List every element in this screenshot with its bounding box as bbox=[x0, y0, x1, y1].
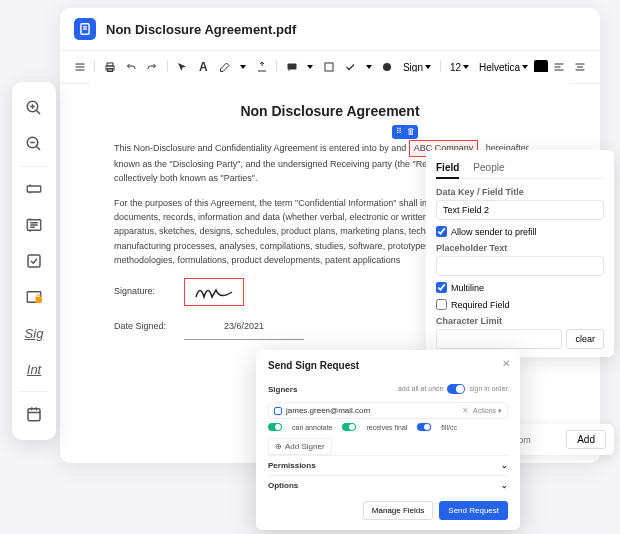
doc-text: This Non-Disclosure and Confidentiality … bbox=[114, 143, 406, 153]
signer-row: james.green@mail.com ✕ Actions ▾ bbox=[268, 402, 508, 419]
charlimit-label: Character Limit bbox=[436, 316, 604, 326]
separator bbox=[20, 166, 48, 167]
zoom-out-icon[interactable] bbox=[12, 126, 56, 162]
initials-field-icon[interactable]: Int bbox=[12, 351, 56, 387]
permissions-section[interactable]: Permissions⌄ bbox=[268, 455, 508, 475]
chevron-down-icon: ⌄ bbox=[501, 481, 508, 490]
date-label: Date Signed: bbox=[114, 319, 174, 333]
delete-icon[interactable]: 🗑 bbox=[406, 127, 416, 137]
send-request-button[interactable]: Send Request bbox=[439, 501, 508, 520]
checkbox-icon[interactable] bbox=[436, 299, 447, 310]
menu-icon[interactable] bbox=[70, 57, 89, 77]
date-value: 23/6/2021 bbox=[184, 314, 304, 340]
datakey-label: Data Key / Field Title bbox=[436, 187, 604, 197]
panel-tabs: Field People bbox=[436, 158, 604, 179]
signer-actions-dropdown[interactable]: Actions ▾ bbox=[473, 407, 502, 415]
svg-rect-5 bbox=[325, 63, 333, 71]
svg-rect-13 bbox=[36, 297, 42, 303]
date-field-icon[interactable] bbox=[12, 396, 56, 432]
signer-color-icon bbox=[274, 407, 282, 415]
separator bbox=[20, 391, 48, 392]
sign-label: Sign bbox=[403, 62, 423, 73]
plus-icon: ⊕ bbox=[275, 442, 282, 451]
signature-field-icon[interactable]: Sig bbox=[12, 315, 56, 351]
window-header: Non Disclosure Agreement.pdf bbox=[60, 8, 600, 51]
checkbox-field-icon[interactable] bbox=[12, 243, 56, 279]
svg-point-6 bbox=[383, 63, 391, 71]
signers-heading: Signers bbox=[268, 385, 297, 394]
doc-title: Non Disclosure Agreement bbox=[114, 100, 546, 122]
svg-rect-14 bbox=[28, 409, 40, 421]
remove-signer-icon[interactable]: ✕ bbox=[462, 406, 469, 415]
text-field-icon[interactable] bbox=[12, 171, 56, 207]
placeholder-input[interactable] bbox=[436, 256, 604, 276]
left-toolbar: Sig Int bbox=[12, 82, 56, 440]
field-properties-panel: Field People Data Key / Field Title Allo… bbox=[426, 150, 614, 357]
zoom-in-icon[interactable] bbox=[12, 90, 56, 126]
manage-fields-button[interactable]: Manage Fields bbox=[363, 501, 433, 520]
modal-footer: Manage Fields Send Request bbox=[268, 501, 508, 520]
close-icon[interactable]: ✕ bbox=[502, 358, 510, 369]
signature-field[interactable] bbox=[184, 278, 244, 306]
drag-icon[interactable]: ⠿ bbox=[394, 127, 404, 137]
final-toggle[interactable] bbox=[342, 423, 356, 431]
options-section[interactable]: Options⌄ bbox=[268, 475, 508, 495]
fillcc-toggle[interactable] bbox=[417, 423, 431, 431]
placeholder-label: Placeholder Text bbox=[436, 243, 604, 253]
signer-email: james.green@mail.com bbox=[286, 406, 458, 415]
permissions-row: can annotate receives final fill/cc bbox=[268, 423, 508, 431]
check-dropdown[interactable] bbox=[362, 65, 376, 69]
chevron-down-icon: ⌄ bbox=[501, 461, 508, 470]
lock-field-icon[interactable] bbox=[12, 279, 56, 315]
multiline-check[interactable]: Multiline bbox=[436, 282, 604, 293]
signature-label: Signature: bbox=[114, 284, 174, 298]
add-signer-button[interactable]: ⊕Add Signer bbox=[268, 438, 332, 455]
checkbox-icon[interactable] bbox=[436, 282, 447, 293]
datakey-input[interactable] bbox=[436, 200, 604, 220]
align-center-icon[interactable] bbox=[571, 57, 590, 77]
charlimit-input[interactable] bbox=[436, 329, 562, 349]
font-size-select[interactable]: 12 bbox=[446, 62, 473, 73]
tab-people[interactable]: People bbox=[473, 158, 504, 178]
required-check[interactable]: Required Field bbox=[436, 299, 604, 310]
signature-icon bbox=[194, 282, 234, 302]
window-title: Non Disclosure Agreement.pdf bbox=[106, 22, 296, 37]
svg-rect-4 bbox=[287, 64, 296, 70]
order-toggle[interactable] bbox=[447, 384, 465, 394]
paragraph-field-icon[interactable] bbox=[12, 207, 56, 243]
add-all-label: add all at once bbox=[398, 385, 444, 392]
svg-rect-11 bbox=[28, 255, 40, 267]
field-handle[interactable]: ⠿ 🗑 bbox=[392, 125, 418, 139]
checkbox-icon[interactable] bbox=[436, 226, 447, 237]
comment-dropdown[interactable] bbox=[303, 65, 317, 69]
font-family-value: Helvetica bbox=[479, 62, 520, 73]
font-size-value: 12 bbox=[450, 62, 461, 73]
svg-rect-9 bbox=[27, 186, 41, 192]
send-sign-request-modal: Send Sign Request ✕ Signers add all at o… bbox=[256, 350, 520, 530]
add-button[interactable]: Add bbox=[566, 430, 606, 449]
font-family-select[interactable]: Helvetica bbox=[475, 62, 532, 73]
sign-dropdown[interactable]: Sign bbox=[399, 62, 435, 73]
annotate-toggle[interactable] bbox=[268, 423, 282, 431]
clear-button[interactable]: clear bbox=[566, 329, 604, 349]
draw-dropdown[interactable] bbox=[236, 65, 250, 69]
sign-order-label: sign in order bbox=[469, 385, 508, 392]
app-logo-icon bbox=[74, 18, 96, 40]
modal-title: Send Sign Request bbox=[268, 360, 508, 371]
allow-prefill-check[interactable]: Allow sender to prefill bbox=[436, 226, 604, 237]
tab-field[interactable]: Field bbox=[436, 158, 459, 179]
